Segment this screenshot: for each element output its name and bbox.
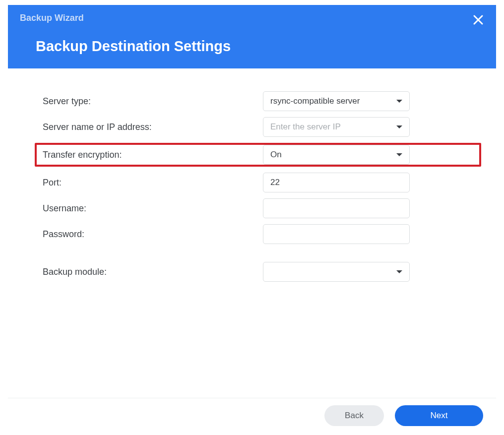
label-transfer-encryption: Transfer encryption:: [39, 150, 263, 160]
select-server-type-value: rsync-compatible server: [270, 96, 392, 106]
dialog-header: Backup Wizard Backup Destination Setting…: [8, 5, 496, 68]
label-server-type: Server type:: [39, 96, 263, 107]
select-transfer-encryption[interactable]: On: [263, 145, 410, 165]
combo-server-ip-placeholder: Enter the server IP: [270, 122, 392, 132]
wizard-title: Backup Wizard: [20, 13, 484, 23]
form-content: Server type: rsync-compatible server Ser…: [8, 68, 496, 298]
row-server-ip: Server name or IP address: Enter the ser…: [38, 117, 466, 137]
page-title: Backup Destination Settings: [36, 38, 484, 55]
label-backup-module: Backup module:: [39, 267, 263, 277]
input-password-wrapper: [263, 224, 410, 244]
backup-wizard-dialog: Backup Wizard Backup Destination Setting…: [8, 5, 496, 298]
row-transfer-encryption: Transfer encryption: On: [35, 143, 481, 167]
row-port: Port:: [38, 173, 466, 192]
label-port: Port:: [39, 178, 263, 188]
input-password[interactable]: [270, 225, 402, 244]
caret-down-icon: [396, 153, 402, 156]
dialog-footer: Back Next: [8, 398, 496, 426]
input-port[interactable]: [270, 173, 402, 192]
label-password: Password:: [39, 229, 263, 240]
select-server-type[interactable]: rsync-compatible server: [263, 91, 410, 111]
select-backup-module[interactable]: [263, 262, 410, 282]
caret-down-icon: [396, 270, 402, 273]
caret-down-icon: [396, 125, 402, 128]
caret-down-icon: [396, 100, 402, 103]
row-password: Password:: [38, 224, 466, 244]
row-backup-module: Backup module:: [38, 262, 466, 282]
back-button[interactable]: Back: [324, 405, 384, 426]
input-port-wrapper: [263, 173, 410, 192]
input-username-wrapper: [263, 198, 410, 218]
label-server-ip: Server name or IP address:: [39, 122, 263, 132]
input-username[interactable]: [270, 199, 402, 218]
row-username: Username:: [38, 198, 466, 218]
combo-server-ip[interactable]: Enter the server IP: [263, 117, 410, 137]
row-server-type: Server type: rsync-compatible server: [38, 91, 466, 111]
select-transfer-encryption-value: On: [270, 150, 392, 160]
close-icon[interactable]: [472, 14, 484, 26]
next-button[interactable]: Next: [395, 405, 483, 426]
form-spacer: [38, 250, 466, 262]
label-username: Username:: [39, 203, 263, 214]
